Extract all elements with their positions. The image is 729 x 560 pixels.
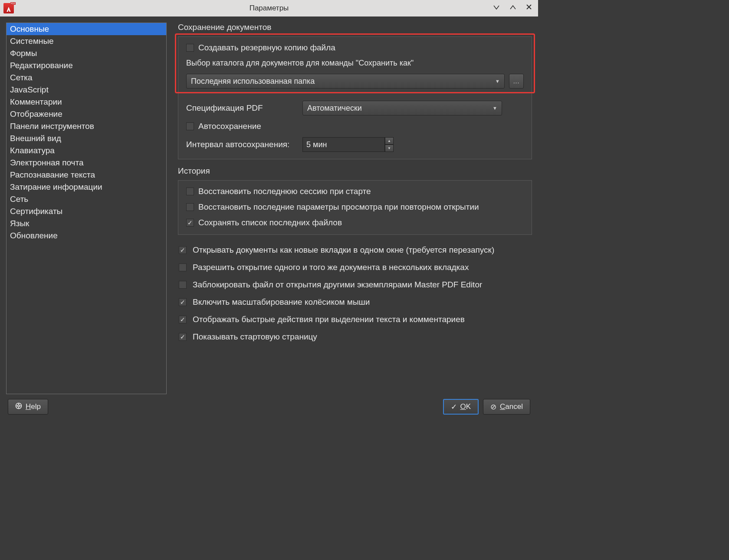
window-title: Параметры — [0, 4, 538, 13]
app-icon — [3, 3, 14, 13]
combo-pdfspec-value: Автоматически — [307, 104, 362, 113]
sidebar-item[interactable]: Основные — [7, 23, 166, 35]
svg-point-1 — [18, 405, 20, 406]
help-button[interactable]: Help — [8, 399, 48, 415]
row-restore-view: Восстановить последние параметры просмот… — [186, 202, 524, 212]
checkbox-lock-file[interactable] — [179, 281, 187, 289]
spin-up-icon[interactable]: ▲ — [385, 137, 394, 145]
button-bar: Help ✓ OK ⊘ Cancel — [0, 394, 538, 419]
checkbox-keep-recent[interactable] — [186, 219, 194, 227]
label-keep-recent: Сохранять список последних файлов — [198, 218, 342, 227]
row-autosave-interval: Интервал автосохранения: ▲ ▼ — [186, 137, 524, 152]
input-autosave-interval[interactable] — [302, 137, 385, 152]
label-quick-actions: Отображать быстрые действия при выделени… — [193, 315, 465, 324]
sidebar-item[interactable]: Электронная почта — [7, 157, 166, 169]
label-backup: Создавать резервную копию файла — [198, 43, 335, 53]
checkbox-autosave[interactable] — [186, 122, 194, 130]
section-save-title: Сохранение документов — [178, 23, 532, 32]
label-restore-session: Восстановить последнюю сессию при старте — [198, 187, 371, 196]
sidebar-item[interactable]: Комментарии — [7, 96, 166, 108]
cancel-icon: ⊘ — [490, 402, 496, 412]
cancel-button[interactable]: ⊘ Cancel — [483, 399, 530, 415]
checkbox-wheel-zoom[interactable] — [179, 298, 187, 306]
ok-button[interactable]: ✓ OK — [443, 399, 479, 415]
row-multi-open: Разрешить открытие одного и того же доку… — [178, 260, 532, 275]
chevron-down-icon: ▼ — [493, 105, 497, 111]
checkbox-backup[interactable] — [186, 44, 194, 52]
row-pdfspec: Спецификация PDF Автоматически ▼ — [186, 101, 524, 115]
spin-autosave-interval: ▲ ▼ — [302, 137, 394, 152]
panel-save: Создавать резервную копию файла Выбор ка… — [178, 36, 532, 159]
sidebar-item[interactable]: Распознавание текста — [7, 169, 166, 181]
checkbox-quick-actions[interactable] — [179, 316, 187, 323]
combo-pdfspec[interactable]: Автоматически ▼ — [302, 101, 502, 115]
label-multi-open: Разрешить открытие одного и того же доку… — [193, 263, 469, 272]
sidebar-item[interactable]: Клавиатура — [7, 145, 166, 157]
row-tabs: Открывать документы как новые вкладки в … — [178, 243, 532, 257]
row-start-page: Показывать стартовую страницу — [178, 329, 532, 344]
checkbox-multi-open[interactable] — [179, 264, 187, 271]
row-restore-session: Восстановить последнюю сессию при старте — [186, 187, 524, 196]
row-lock-file: Заблокировать файл от открытия другими э… — [178, 277, 532, 292]
sidebar-item[interactable]: Отображение — [7, 108, 166, 120]
dialog-body: ОсновныеСистемныеФормыРедактированиеСетк… — [0, 16, 538, 394]
help-button-label: Help — [26, 402, 41, 411]
label-pdfspec: Спецификация PDF — [186, 103, 298, 113]
cancel-button-label: Cancel — [500, 402, 523, 411]
sidebar-item[interactable]: JavaScript — [7, 84, 166, 96]
browse-button[interactable]: ... — [509, 74, 524, 89]
label-autosave: Автосохранение — [198, 122, 261, 131]
checkbox-restore-view[interactable] — [186, 203, 194, 211]
content-area: Сохранение документов Создавать резервну… — [178, 23, 532, 394]
sidebar-item[interactable]: Редактирование — [7, 59, 166, 72]
label-tabs: Открывать документы как новые вкладки в … — [193, 245, 494, 255]
sidebar-item[interactable]: Сеть — [7, 193, 166, 205]
sidebar-item[interactable]: Обновление — [7, 230, 166, 242]
sidebar-item[interactable]: Панели инструментов — [7, 120, 166, 132]
sidebar-item[interactable]: Системные — [7, 35, 166, 47]
label-wheel-zoom: Включить масштабирование колёсиком мыши — [193, 297, 370, 307]
label-autosave-interval: Интервал автосохранения: — [186, 140, 298, 149]
help-icon — [15, 402, 22, 412]
titlebar: Параметры — [0, 0, 538, 16]
label-start-page: Показывать стартовую страницу — [193, 332, 317, 342]
sidebar-item[interactable]: Формы — [7, 47, 166, 59]
chevron-down-icon: ▼ — [495, 79, 500, 84]
sidebar-item[interactable]: Сетка — [7, 72, 166, 84]
checkbox-restore-session[interactable] — [186, 188, 194, 195]
ok-button-label: OK — [460, 402, 471, 411]
minimize-icon[interactable] — [493, 4, 500, 13]
row-saveas-dir: Последняя использованная папка ▼ ... — [186, 74, 524, 89]
section-history-title: История — [178, 166, 532, 176]
sidebar-item[interactable]: Язык — [7, 217, 166, 230]
sidebar-item[interactable]: Затирание информации — [7, 181, 166, 193]
panel-history: Восстановить последнюю сессию при старте… — [178, 180, 532, 235]
spin-down-icon[interactable]: ▼ — [385, 145, 394, 152]
row-quick-actions: Отображать быстрые действия при выделени… — [178, 312, 532, 327]
row-backup: Создавать резервную копию файла — [186, 43, 524, 53]
checkbox-tabs[interactable] — [179, 246, 187, 254]
close-icon[interactable] — [526, 4, 532, 13]
sidebar-item[interactable]: Внешний вид — [7, 132, 166, 145]
row-keep-recent: Сохранять список последних файлов — [186, 218, 524, 227]
category-sidebar: ОсновныеСистемныеФормыРедактированиеСетк… — [6, 23, 167, 394]
maximize-icon[interactable] — [509, 4, 516, 13]
sidebar-item[interactable]: Сертификаты — [7, 205, 166, 217]
combo-saveas-dir-value: Последняя использованная папка — [191, 77, 315, 86]
check-icon: ✓ — [451, 402, 457, 412]
row-wheel-zoom: Включить масштабирование колёсиком мыши — [178, 295, 532, 310]
checkbox-start-page[interactable] — [179, 333, 187, 341]
label-saveas-dir: Выбор каталога для документов для команд… — [186, 59, 524, 68]
combo-saveas-dir[interactable]: Последняя использованная папка ▼ — [186, 74, 505, 89]
label-restore-view: Восстановить последние параметры просмот… — [198, 202, 479, 212]
row-autosave: Автосохранение — [186, 122, 524, 131]
window-controls — [493, 4, 538, 13]
label-lock-file: Заблокировать файл от открытия другими э… — [193, 280, 482, 290]
